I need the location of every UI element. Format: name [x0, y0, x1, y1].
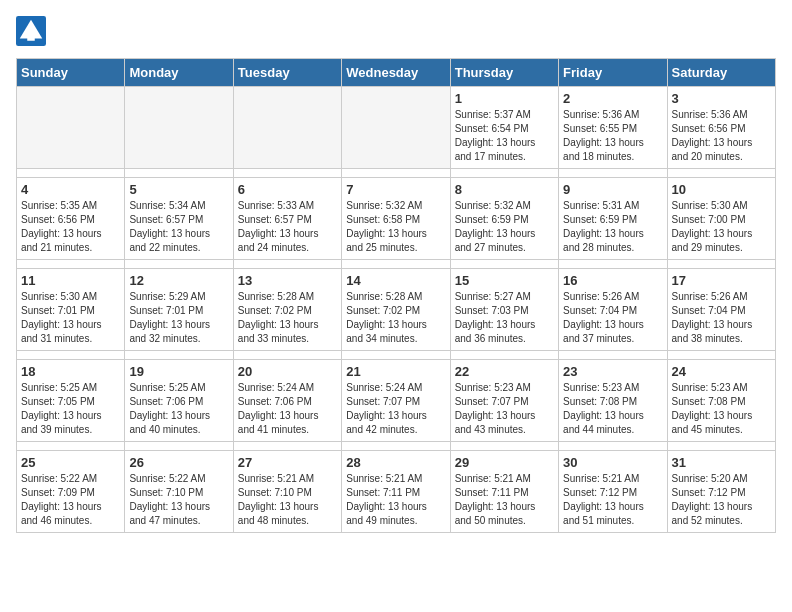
- day-number: 20: [238, 364, 337, 379]
- day-info: Sunrise: 5:31 AMSunset: 6:59 PMDaylight:…: [563, 199, 662, 255]
- day-number: 25: [21, 455, 120, 470]
- day-number: 15: [455, 273, 554, 288]
- day-info: Sunrise: 5:22 AMSunset: 7:10 PMDaylight:…: [129, 472, 228, 528]
- day-number: 26: [129, 455, 228, 470]
- day-info: Sunrise: 5:23 AMSunset: 7:08 PMDaylight:…: [672, 381, 771, 437]
- day-info: Sunrise: 5:36 AMSunset: 6:56 PMDaylight:…: [672, 108, 771, 164]
- calendar-cell: 19Sunrise: 5:25 AMSunset: 7:06 PMDayligh…: [125, 360, 233, 442]
- calendar-cell: 22Sunrise: 5:23 AMSunset: 7:07 PMDayligh…: [450, 360, 558, 442]
- calendar-cell: 6Sunrise: 5:33 AMSunset: 6:57 PMDaylight…: [233, 178, 341, 260]
- calendar-cell: 31Sunrise: 5:20 AMSunset: 7:12 PMDayligh…: [667, 451, 775, 533]
- day-info: Sunrise: 5:21 AMSunset: 7:11 PMDaylight:…: [346, 472, 445, 528]
- day-number: 10: [672, 182, 771, 197]
- calendar-cell: 20Sunrise: 5:24 AMSunset: 7:06 PMDayligh…: [233, 360, 341, 442]
- calendar-cell: 27Sunrise: 5:21 AMSunset: 7:10 PMDayligh…: [233, 451, 341, 533]
- weekday-row: SundayMondayTuesdayWednesdayThursdayFrid…: [17, 59, 776, 87]
- day-number: 16: [563, 273, 662, 288]
- day-number: 2: [563, 91, 662, 106]
- day-number: 31: [672, 455, 771, 470]
- row-separator: [17, 351, 776, 360]
- calendar-cell: [17, 87, 125, 169]
- day-info: Sunrise: 5:26 AMSunset: 7:04 PMDaylight:…: [563, 290, 662, 346]
- calendar-cell: 25Sunrise: 5:22 AMSunset: 7:09 PMDayligh…: [17, 451, 125, 533]
- weekday-header: Wednesday: [342, 59, 450, 87]
- calendar-cell: 8Sunrise: 5:32 AMSunset: 6:59 PMDaylight…: [450, 178, 558, 260]
- calendar-cell: 11Sunrise: 5:30 AMSunset: 7:01 PMDayligh…: [17, 269, 125, 351]
- calendar-cell: 5Sunrise: 5:34 AMSunset: 6:57 PMDaylight…: [125, 178, 233, 260]
- calendar-week-row: 11Sunrise: 5:30 AMSunset: 7:01 PMDayligh…: [17, 269, 776, 351]
- day-info: Sunrise: 5:23 AMSunset: 7:07 PMDaylight:…: [455, 381, 554, 437]
- row-separator: [17, 260, 776, 269]
- weekday-header: Friday: [559, 59, 667, 87]
- day-info: Sunrise: 5:25 AMSunset: 7:05 PMDaylight:…: [21, 381, 120, 437]
- weekday-header: Thursday: [450, 59, 558, 87]
- calendar-cell: 12Sunrise: 5:29 AMSunset: 7:01 PMDayligh…: [125, 269, 233, 351]
- day-number: 22: [455, 364, 554, 379]
- day-number: 18: [21, 364, 120, 379]
- day-info: Sunrise: 5:32 AMSunset: 6:58 PMDaylight:…: [346, 199, 445, 255]
- day-info: Sunrise: 5:23 AMSunset: 7:08 PMDaylight:…: [563, 381, 662, 437]
- day-info: Sunrise: 5:33 AMSunset: 6:57 PMDaylight:…: [238, 199, 337, 255]
- day-number: 21: [346, 364, 445, 379]
- day-number: 12: [129, 273, 228, 288]
- day-info: Sunrise: 5:22 AMSunset: 7:09 PMDaylight:…: [21, 472, 120, 528]
- day-number: 9: [563, 182, 662, 197]
- day-number: 6: [238, 182, 337, 197]
- weekday-header: Sunday: [17, 59, 125, 87]
- calendar-cell: [233, 87, 341, 169]
- day-info: Sunrise: 5:27 AMSunset: 7:03 PMDaylight:…: [455, 290, 554, 346]
- calendar-cell: [342, 87, 450, 169]
- calendar-cell: 10Sunrise: 5:30 AMSunset: 7:00 PMDayligh…: [667, 178, 775, 260]
- calendar-cell: 21Sunrise: 5:24 AMSunset: 7:07 PMDayligh…: [342, 360, 450, 442]
- day-info: Sunrise: 5:36 AMSunset: 6:55 PMDaylight:…: [563, 108, 662, 164]
- calendar-cell: 16Sunrise: 5:26 AMSunset: 7:04 PMDayligh…: [559, 269, 667, 351]
- day-info: Sunrise: 5:32 AMSunset: 6:59 PMDaylight:…: [455, 199, 554, 255]
- day-number: 8: [455, 182, 554, 197]
- day-number: 4: [21, 182, 120, 197]
- day-info: Sunrise: 5:26 AMSunset: 7:04 PMDaylight:…: [672, 290, 771, 346]
- calendar-cell: 30Sunrise: 5:21 AMSunset: 7:12 PMDayligh…: [559, 451, 667, 533]
- weekday-header: Monday: [125, 59, 233, 87]
- day-number: 11: [21, 273, 120, 288]
- day-info: Sunrise: 5:21 AMSunset: 7:11 PMDaylight:…: [455, 472, 554, 528]
- day-number: 1: [455, 91, 554, 106]
- day-info: Sunrise: 5:37 AMSunset: 6:54 PMDaylight:…: [455, 108, 554, 164]
- weekday-header: Tuesday: [233, 59, 341, 87]
- calendar-week-row: 25Sunrise: 5:22 AMSunset: 7:09 PMDayligh…: [17, 451, 776, 533]
- calendar-cell: 13Sunrise: 5:28 AMSunset: 7:02 PMDayligh…: [233, 269, 341, 351]
- day-info: Sunrise: 5:21 AMSunset: 7:10 PMDaylight:…: [238, 472, 337, 528]
- calendar-cell: 26Sunrise: 5:22 AMSunset: 7:10 PMDayligh…: [125, 451, 233, 533]
- calendar-cell: 1Sunrise: 5:37 AMSunset: 6:54 PMDaylight…: [450, 87, 558, 169]
- row-separator: [17, 169, 776, 178]
- day-number: 7: [346, 182, 445, 197]
- row-separator: [17, 442, 776, 451]
- day-info: Sunrise: 5:30 AMSunset: 7:01 PMDaylight:…: [21, 290, 120, 346]
- day-number: 14: [346, 273, 445, 288]
- calendar-cell: 4Sunrise: 5:35 AMSunset: 6:56 PMDaylight…: [17, 178, 125, 260]
- calendar-cell: 2Sunrise: 5:36 AMSunset: 6:55 PMDaylight…: [559, 87, 667, 169]
- day-number: 24: [672, 364, 771, 379]
- day-number: 19: [129, 364, 228, 379]
- calendar-week-row: 4Sunrise: 5:35 AMSunset: 6:56 PMDaylight…: [17, 178, 776, 260]
- calendar-week-row: 18Sunrise: 5:25 AMSunset: 7:05 PMDayligh…: [17, 360, 776, 442]
- day-info: Sunrise: 5:24 AMSunset: 7:07 PMDaylight:…: [346, 381, 445, 437]
- day-number: 17: [672, 273, 771, 288]
- calendar-cell: 3Sunrise: 5:36 AMSunset: 6:56 PMDaylight…: [667, 87, 775, 169]
- calendar-cell: 17Sunrise: 5:26 AMSunset: 7:04 PMDayligh…: [667, 269, 775, 351]
- calendar-body: 1Sunrise: 5:37 AMSunset: 6:54 PMDaylight…: [17, 87, 776, 533]
- calendar-cell: 24Sunrise: 5:23 AMSunset: 7:08 PMDayligh…: [667, 360, 775, 442]
- logo-icon: [16, 16, 46, 46]
- calendar-table: SundayMondayTuesdayWednesdayThursdayFrid…: [16, 58, 776, 533]
- day-number: 13: [238, 273, 337, 288]
- calendar-cell: 23Sunrise: 5:23 AMSunset: 7:08 PMDayligh…: [559, 360, 667, 442]
- calendar-cell: [125, 87, 233, 169]
- day-number: 29: [455, 455, 554, 470]
- svg-rect-2: [27, 37, 35, 41]
- day-number: 28: [346, 455, 445, 470]
- day-number: 5: [129, 182, 228, 197]
- day-info: Sunrise: 5:28 AMSunset: 7:02 PMDaylight:…: [346, 290, 445, 346]
- day-info: Sunrise: 5:30 AMSunset: 7:00 PMDaylight:…: [672, 199, 771, 255]
- calendar-cell: 29Sunrise: 5:21 AMSunset: 7:11 PMDayligh…: [450, 451, 558, 533]
- weekday-header: Saturday: [667, 59, 775, 87]
- day-info: Sunrise: 5:29 AMSunset: 7:01 PMDaylight:…: [129, 290, 228, 346]
